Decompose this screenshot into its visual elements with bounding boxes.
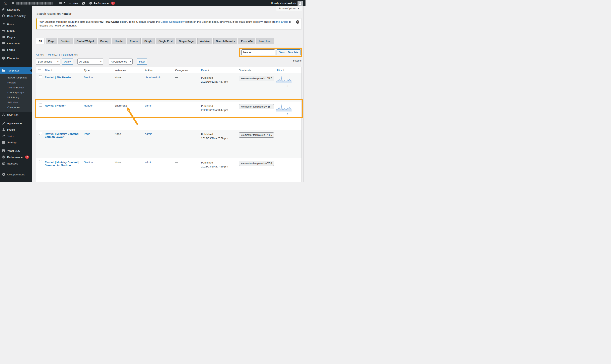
tab-global-widget[interactable]: Global Widget [74,38,97,44]
template-title-link[interactable]: Revival | Header [45,104,66,107]
row-checkbox[interactable] [39,104,42,106]
tab-error-404[interactable]: Error 404 [238,38,255,44]
sidebar-item-label: Posts [7,23,14,26]
screen-options-button[interactable]: Screen Options ▼ [276,6,302,11]
scrollbar-track[interactable] [304,6,304,182]
sidebar-item-forms[interactable]: Forms [0,47,32,53]
amplify-icon [2,14,5,18]
row-checkbox[interactable] [39,75,42,78]
list-toolbar: Bulk actions▾ Apply All dates▾ All Categ… [36,59,302,65]
row-checkbox[interactable] [39,160,42,163]
site-menu[interactable] [10,0,56,6]
sidebar-item-collapse-menu[interactable]: Collapse menu [0,171,32,178]
collapse-icon [2,173,5,176]
author-link[interactable]: admin [145,132,152,135]
w3tc-cube-icon [89,1,93,5]
admin-bar: W 0 + New Performance 2 Howdy, church-ad… [0,0,306,6]
new-content-menu[interactable]: + New [68,0,79,6]
tab-archive[interactable]: Archive [197,38,212,44]
avatar[interactable] [298,0,303,6]
type-link[interactable]: Section [84,76,93,79]
shortcode-input[interactable] [239,104,274,109]
shortcode-input[interactable] [239,76,274,81]
tab-popup[interactable]: Popup [98,38,111,44]
tab-single[interactable]: Single [142,38,155,44]
tab-search-results[interactable]: Search Results [213,38,237,44]
sidebar-item-style-kits[interactable]: Style Kits [0,112,32,118]
view-link[interactable]: Mine [48,53,54,56]
column-hits[interactable]: Hits▲▼ [276,67,302,73]
type-link[interactable]: Section [84,161,93,164]
template-title-link[interactable]: Revival | Ministry Content | Sermon List… [45,161,79,167]
yoast-icon [82,1,85,5]
hits-count-link[interactable]: 3 [287,84,288,87]
sidebar-item-yoast-seo[interactable]: Yoast SEO [0,148,32,154]
type-link[interactable]: Header [84,104,93,107]
wordpress-logo-icon[interactable]: W [3,0,8,6]
row-checkbox[interactable] [39,132,42,135]
sidebar-item-settings[interactable]: Settings [0,139,32,145]
author-link[interactable]: church-admin [145,76,161,79]
sidebar-item-appearance[interactable]: Appearance [0,120,32,127]
type-link[interactable]: Page [84,132,90,135]
performance-menu[interactable]: Performance 2 [88,0,116,6]
template-title-link[interactable]: Revival | Site Header [45,76,71,79]
tab-section[interactable]: Section [58,38,73,44]
column-date[interactable]: Date▲▼ [200,67,237,73]
tab-single-post[interactable]: Single Post [156,38,175,44]
comments-icon [2,42,5,45]
sidebar-item-media[interactable]: Media [0,27,32,34]
tab-all[interactable]: All [36,38,44,44]
howdy-text[interactable]: Howdy, church-admin [271,2,296,5]
shortcode-input[interactable] [239,132,274,138]
sidebar-subitem-popups[interactable]: Popups [0,80,32,85]
sidebar-item-back-to-amplify[interactable]: Back to Amplify [0,13,32,19]
view-link[interactable]: All [36,53,39,56]
sidebar-item-elementor[interactable]: Elementor [0,55,32,61]
search-template-button[interactable]: Search Template [277,49,301,55]
author-link[interactable]: admin [145,104,152,107]
sidebar-subitem-saved-templates[interactable]: Saved Templates [0,75,32,80]
view-link[interactable]: Published [61,53,73,56]
tab-footer[interactable]: Footer [127,38,140,44]
sidebar-item-posts[interactable]: Posts [0,21,32,27]
filter-button[interactable]: Filter [137,59,147,65]
sidebar-subitem-landing-pages[interactable]: Landing Pages [0,90,32,95]
categories-filter-select[interactable]: All Categories▾ [109,59,133,65]
sidebar-subitem-theme-builder[interactable]: Theme Builder [0,85,32,90]
search-template-input[interactable] [241,49,275,55]
sidebar-item-performance[interactable]: Performance2 [0,154,32,160]
column-title[interactable]: Title▲▼ [43,67,82,73]
tab-single-page[interactable]: Single Page [177,38,196,44]
sidebar-item-templates[interactable]: Templates [0,67,32,74]
apply-button[interactable]: Apply [62,59,73,65]
sidebar-item-comments[interactable]: Comments [0,40,32,47]
author-link[interactable]: admin [145,161,152,164]
this-article-link[interactable]: this article [276,20,288,23]
publish-date: 2023/10/12 at 7:57 pm [201,80,236,84]
tab-page[interactable]: Page [46,38,57,44]
sidebar-subitem-kit-library[interactable]: Kit Library [0,95,32,100]
dismiss-notice-icon[interactable]: ✕ [296,20,299,24]
select-all-checkbox[interactable] [38,69,41,72]
tab-header[interactable]: Header [112,38,126,44]
yoast-menu[interactable] [81,0,86,6]
sidebar-item-tools[interactable]: Tools [0,133,32,139]
sidebar-item-statistics[interactable]: Statistics [0,160,32,167]
sidebar-item-dashboard[interactable]: Dashboard [0,6,32,13]
sidebar-item-label: Templates [7,69,20,72]
dates-filter-select[interactable]: All dates▾ [77,59,103,65]
sidebar-subitem-categories[interactable]: Categories [0,105,32,110]
shortcode-input[interactable] [239,161,274,166]
sidebar-subitem-add-new[interactable]: Add New [0,100,32,105]
cache-compatibility-link[interactable]: Cache Compatibility [161,20,184,23]
sidebar-item-pages[interactable]: Pages [0,34,32,40]
template-title-link[interactable]: Revival | Ministry Content | Sermon Layo… [45,132,79,138]
bulk-actions-select[interactable]: Bulk actions▾ [36,59,60,65]
hits-count-link[interactable]: 3 [287,113,288,116]
comments-menu[interactable]: 0 [58,0,66,6]
sidebar-item-profile[interactable]: Profile [0,127,32,133]
template-type-tabs: AllPageSectionGlobal WidgetPopupHeaderFo… [36,38,302,44]
tab-loop-item[interactable]: Loop Item [256,38,274,44]
main-content: Search results for: header WP Statistics… [32,6,306,182]
